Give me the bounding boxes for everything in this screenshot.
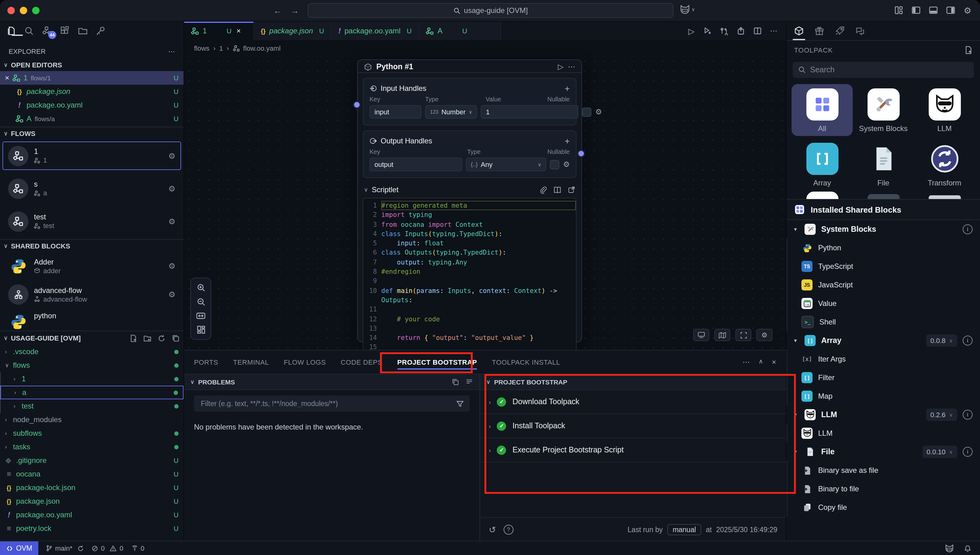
minimize-window-button[interactable] <box>20 7 27 14</box>
collapse-all-icon[interactable] <box>172 334 180 342</box>
gear-icon[interactable]: ⚙ <box>168 184 176 193</box>
toolpack-tab-icon[interactable] <box>794 26 804 36</box>
workspace-section-header[interactable]: ∨ USAGE-GUIDE [OVM] <box>0 330 184 345</box>
group-file[interactable]: ▾ File 0.0.10∨ i <box>786 443 980 461</box>
flow-canvas[interactable]: Python #1 ▷ ⋯ Input Handles + <box>184 56 786 350</box>
nullable-checkbox[interactable] <box>550 160 559 169</box>
code-line[interactable]: 1#region generated meta <box>363 201 576 210</box>
git-branch-indicator[interactable]: main* <box>46 544 84 552</box>
chevron-right-icon[interactable]: › <box>489 446 491 453</box>
editor-tab-package-oo-yaml[interactable]: ! package.oo.yaml U <box>331 22 419 40</box>
tree-item[interactable]: {}package-lock.jsonU <box>0 481 184 494</box>
fullscreen-button[interactable] <box>735 329 751 341</box>
new-file-icon[interactable] <box>129 334 137 342</box>
open-editor-item[interactable]: × 1 flows/1 U <box>0 71 184 85</box>
bootstrap-step[interactable]: › ✓ Execute Project Bootstrap Script <box>480 438 786 462</box>
close-window-button[interactable] <box>7 7 15 14</box>
block-copy-file[interactable]: Copy file <box>786 498 980 517</box>
block-map[interactable]: [ ]Map <box>786 387 980 406</box>
gear-icon[interactable]: ⚙ <box>168 261 176 271</box>
gear-icon[interactable]: ⚙ <box>168 151 176 160</box>
problems-filter-input[interactable] <box>200 399 456 408</box>
nav-forward-icon[interactable]: → <box>290 6 299 16</box>
add-input-handle-icon[interactable]: + <box>565 83 570 93</box>
problems-indicator[interactable]: 0 0 <box>92 544 123 552</box>
run-node-icon[interactable]: ▷ <box>558 63 564 71</box>
tree-item[interactable]: ›node_modules <box>0 413 184 427</box>
open-editor-item[interactable]: ! package.oo.yaml U <box>0 98 184 112</box>
scriptlet-code-editor[interactable]: 1#region generated meta2import typing3fr… <box>363 198 576 355</box>
remote-indicator[interactable]: OVM <box>0 541 38 555</box>
flow-card[interactable]: 1 1 ⚙ <box>2 141 181 170</box>
problems-header[interactable]: ∨ PROBLEMS <box>184 374 479 390</box>
code-line[interactable]: 9 <box>363 277 576 286</box>
code-line[interactable]: 3from oocana import Context <box>363 220 576 229</box>
tree-item[interactable]: ≡oocanaU <box>0 467 184 481</box>
tree-item[interactable]: ∨flows <box>0 358 184 372</box>
tab-project-bootstrap[interactable]: PROJECT BOOTSTRAP <box>397 355 477 370</box>
block-binary-save-as-file[interactable]: Binary save as file <box>786 461 980 480</box>
shared-block-card[interactable]: Adder adder ⚙ <box>2 254 181 278</box>
input-key-field[interactable] <box>370 105 421 119</box>
code-line[interactable]: 2import typing <box>363 210 576 220</box>
node-header[interactable]: Python #1 ▷ ⋯ <box>358 60 581 73</box>
code-line[interactable]: 5 input: float <box>363 239 576 248</box>
flows-section-header[interactable]: ∨ FLOWS <box>0 127 184 140</box>
output-port[interactable] <box>577 149 585 157</box>
ports-indicator[interactable]: 0 <box>131 544 144 552</box>
tree-item[interactable]: ≡poetry.lockU <box>0 521 184 535</box>
docs-icon[interactable] <box>553 186 562 194</box>
code-line[interactable]: 8#endregion <box>363 267 576 277</box>
shared-blocks-section-header[interactable]: ∨ SHARED BLOCKS <box>0 239 184 252</box>
collapse-view-icon[interactable] <box>452 378 459 386</box>
run-flow-icon[interactable]: ▷ <box>689 26 695 35</box>
breadcrumb-segment[interactable]: 1 <box>219 45 223 52</box>
code-line[interactable]: 11 <box>363 305 576 314</box>
category-system-blocks[interactable]: System Blocks <box>853 84 914 136</box>
open-external-icon[interactable] <box>568 186 575 193</box>
new-folder-icon[interactable] <box>143 334 151 342</box>
maximize-panel-icon[interactable]: ∧ <box>759 358 763 366</box>
editor-tab-flow-a[interactable]: A U <box>419 22 501 40</box>
tree-item-selected[interactable]: ›a <box>0 386 184 399</box>
split-editor-icon[interactable] <box>753 27 762 35</box>
notifications-bell-icon[interactable] <box>964 544 971 552</box>
toolpack-search[interactable]: Search <box>793 62 974 78</box>
tree-item[interactable]: {}package.jsonU <box>0 494 184 508</box>
zoom-in-icon[interactable] <box>196 283 205 292</box>
toggle-secondary-sidebar-icon[interactable] <box>946 6 956 15</box>
close-icon[interactable]: × <box>236 27 241 35</box>
group-llm[interactable]: ▾ LLM 0.2.6∨ i <box>786 406 980 424</box>
category-transform[interactable]: Transform <box>914 138 975 190</box>
version-select[interactable]: 0.0.8∨ <box>926 334 957 347</box>
run-below-icon[interactable] <box>703 27 712 35</box>
block-javascript[interactable]: JSJavaScript <box>786 276 980 294</box>
block-filter[interactable]: [ ]Filter <box>786 368 980 387</box>
maximize-window-button[interactable] <box>32 7 40 14</box>
console-view-button[interactable] <box>693 329 709 341</box>
shared-block-card[interactable]: advanced-flow advanced-flow ⚙ <box>2 282 181 306</box>
version-select[interactable]: 0.2.6∨ <box>926 409 957 421</box>
tab-toolpack-install[interactable]: TOOLPACK INSTALL <box>492 355 560 370</box>
tree-item[interactable]: ›subflows <box>0 427 184 440</box>
export-icon[interactable] <box>737 27 745 35</box>
block-python[interactable]: Python <box>786 239 980 257</box>
breadcrumb-segment[interactable]: flow.oo.yaml <box>243 45 280 52</box>
version-select[interactable]: 0.0.10∨ <box>922 446 957 458</box>
toggle-panel-icon[interactable] <box>929 6 938 15</box>
code-line[interactable]: 14 return { "output": "output_value" } <box>363 333 576 343</box>
tab-code-deps[interactable]: CODE DEPS <box>341 355 383 370</box>
group-array[interactable]: ▾ [ ] Array 0.0.8∨ i <box>786 331 980 350</box>
filter-icon[interactable] <box>456 399 464 407</box>
more-actions-icon[interactable]: ⋯ <box>770 27 777 35</box>
breadcrumb[interactable]: flows › 1 › flow.oo.yaml <box>184 40 786 56</box>
flow-card[interactable]: s a ⚙ <box>2 174 181 203</box>
command-center-search[interactable]: usage-guide [OVM] <box>308 3 674 18</box>
minimap-button[interactable] <box>714 329 730 341</box>
gear-icon[interactable]: ⚙ <box>168 290 176 299</box>
python-node[interactable]: Python #1 ▷ ⋯ Input Handles + <box>357 59 582 342</box>
input-port[interactable] <box>353 101 361 109</box>
compare-changes-icon[interactable] <box>720 27 729 35</box>
explorer-more-icon[interactable]: ⋯ <box>168 47 175 55</box>
run-mode-badge[interactable]: manual <box>667 524 701 535</box>
